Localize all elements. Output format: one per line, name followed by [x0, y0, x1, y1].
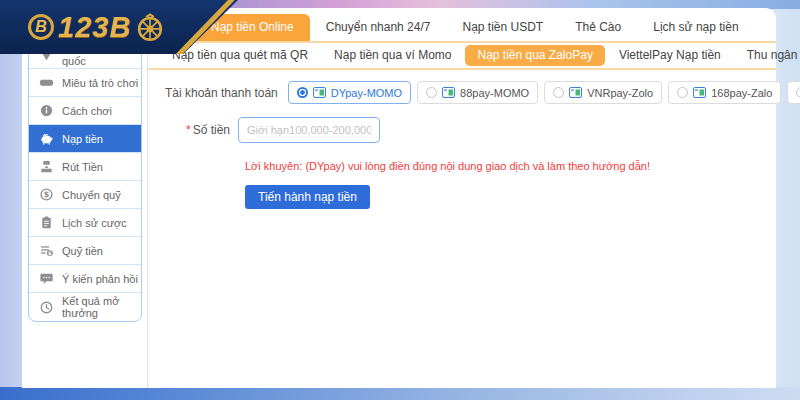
proceed-deposit-button[interactable]: Tiến hành nạp tiền	[245, 185, 370, 209]
payment-card-icon	[442, 87, 455, 98]
tab-cashier[interactable]: Thu ngân	[735, 45, 800, 66]
sidebar-item-label: Kết quả mở thưởng	[62, 295, 141, 319]
sidebar-item-label: Miêu tả trò chơi	[62, 77, 138, 89]
logo-emblem-icon: B	[28, 14, 54, 40]
svg-text:$: $	[44, 190, 50, 199]
sidebar-item-funds[interactable]: $ Quỹ tiền	[29, 237, 141, 265]
funds-icon: $	[39, 243, 54, 258]
payment-option-dypay-momo[interactable]: DYpay-MOMO	[288, 81, 411, 104]
sidebar-item-label: Lịch sử cược	[62, 217, 127, 229]
radio-icon	[553, 87, 564, 98]
payment-option-168pay-zalo[interactable]: 168pay-Zalo	[668, 81, 781, 104]
deposit-method-tabs: Nạp tiền Online Chuyển nhanh 24/7 Nạp ti…	[148, 8, 776, 43]
page-background-gradient-bottom	[0, 387, 800, 400]
payment-option-label: DYpay-MOMO	[331, 87, 402, 99]
sidebar-item-game-description[interactable]: Miêu tả trò chơi	[29, 69, 141, 97]
tab-momo-wallet[interactable]: Nạp tiền qua ví Momo	[322, 45, 463, 66]
sidebar-item-bet-history[interactable]: Lịch sử cược	[29, 209, 141, 237]
radio-icon	[426, 87, 437, 98]
tab-scratch-card[interactable]: Thẻ Cào	[559, 14, 637, 41]
tab-deposit-history[interactable]: Lịch sử nạp tiền	[637, 14, 754, 41]
sidebar-item-label: Rút Tiền	[62, 161, 103, 173]
sidebar-menu: Phổ biến toàn quốc Miêu tả trò chơi Cách…	[28, 40, 142, 322]
withdraw-icon	[39, 159, 54, 174]
sidebar-item-label: Cách chơi	[62, 105, 112, 117]
bet-history-icon	[39, 215, 54, 230]
payment-option-label: 88pay-MOMO	[460, 87, 529, 99]
sidebar-item-lottery-results[interactable]: Kết quả mở thưởng	[29, 293, 141, 321]
main-card: Phổ biến toàn quốc Miêu tả trò chơi Cách…	[22, 8, 776, 388]
tab-deposit-usdt[interactable]: Nạp tiền USDT	[446, 14, 559, 41]
payment-option-88pay-momo[interactable]: 88pay-MOMO	[417, 81, 538, 104]
gamepad-icon	[39, 75, 54, 90]
feedback-icon	[39, 271, 54, 286]
payment-card-icon	[569, 87, 582, 98]
amount-row: *Số tiền	[148, 117, 776, 143]
sidebar-item-feedback[interactable]: Ý kiến phản hồi	[29, 265, 141, 293]
roulette-wheel-icon	[135, 12, 165, 42]
amount-label: *Số tiền	[148, 123, 238, 137]
deposit-channel-tabs: Nạp tiền qua quét mã QR Nạp tiền qua ví …	[148, 43, 776, 70]
logo-text: 123B	[58, 11, 131, 44]
sidebar-item-deposit[interactable]: Nạp tiền	[29, 125, 141, 153]
payment-option-vnrpay-zolo[interactable]: VNRpay-Zolo	[544, 81, 662, 104]
sidebar-item-how-to-play[interactable]: Cách chơi	[29, 97, 141, 125]
transfer-icon: $	[39, 187, 54, 202]
radio-icon	[677, 87, 688, 98]
payment-option-label: 168pay-Zalo	[711, 87, 772, 99]
sidebar-item-label: Ý kiến phản hồi	[62, 273, 138, 285]
payment-account-label: Tài khoản thanh toán	[165, 86, 278, 100]
deposit-content: Nạp tiền Online Chuyển nhanh 24/7 Nạp ti…	[148, 8, 776, 388]
payment-option-label: VNRpay-Zolo	[587, 87, 653, 99]
payment-card-icon	[313, 87, 326, 98]
sidebar-item-label: Chuyển quỹ	[62, 189, 121, 201]
sidebar-item-withdraw[interactable]: Rút Tiền	[29, 153, 141, 181]
sidebar: Phổ biến toàn quốc Miêu tả trò chơi Cách…	[22, 8, 148, 388]
tab-viettelpay[interactable]: ViettelPay Nạp tiền	[607, 45, 733, 66]
results-icon	[39, 300, 54, 315]
page: Phổ biến toàn quốc Miêu tả trò chơi Cách…	[0, 0, 800, 400]
payment-option-clubspay-zalo[interactable]: Clubspay-Zalo	[787, 81, 800, 104]
svg-text:$: $	[48, 250, 52, 256]
payment-account-row: Tài khoản thanh toán DYpay-MOMO 88pay-MO…	[148, 81, 776, 104]
advice-text: Lời khuyên: (DYpay) vui lòng điền đúng n…	[245, 160, 776, 172]
tab-zalopay[interactable]: Nạp tiền qua ZaloPay	[465, 45, 604, 66]
radio-icon	[297, 87, 308, 98]
required-asterisk: *	[186, 123, 191, 137]
amount-input[interactable]	[238, 117, 380, 143]
sidebar-item-label: Quỹ tiền	[62, 245, 103, 257]
sidebar-item-fund-transfer[interactable]: $ Chuyển quỹ	[29, 181, 141, 209]
piggy-bank-icon	[39, 131, 54, 146]
info-icon	[39, 103, 54, 118]
payment-card-icon	[693, 87, 706, 98]
sidebar-item-label: Nạp tiền	[62, 133, 103, 145]
radio-icon	[796, 87, 800, 98]
tab-quick-transfer-24-7[interactable]: Chuyển nhanh 24/7	[310, 14, 447, 41]
